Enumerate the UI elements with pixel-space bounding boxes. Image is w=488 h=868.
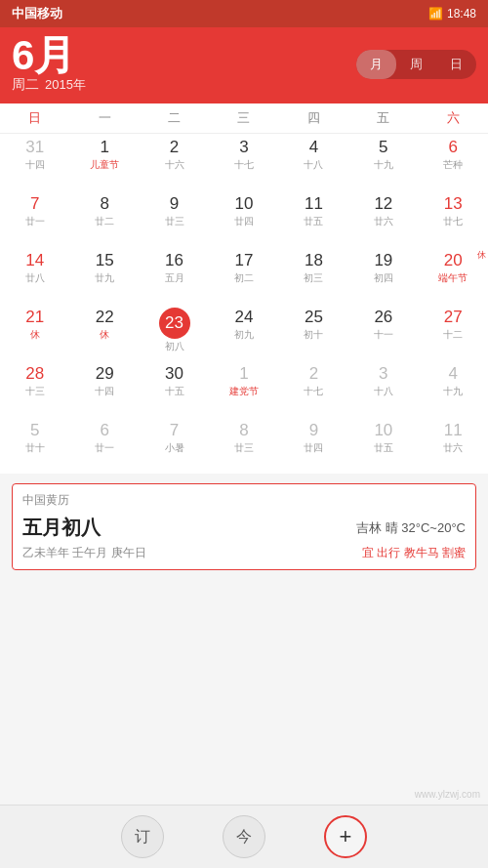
weekday-header: 日 一 二 三 四 五 六 <box>0 103 488 134</box>
calendar-cell[interactable]: 3十七 <box>209 134 278 190</box>
weekday-fri: 五 <box>348 103 418 133</box>
cell-main-number: 1 <box>100 138 108 157</box>
calendar-cell[interactable]: 28十三 <box>0 360 69 417</box>
calendar-cell[interactable]: 6廿一 <box>69 417 139 474</box>
calendar-cell[interactable]: 10廿五 <box>348 417 418 474</box>
cell-sub-text: 十八 <box>374 385 393 398</box>
weekday-sun: 日 <box>0 103 69 133</box>
lunar-yi: 宜 出行 教牛马 割蜜 <box>362 545 466 561</box>
add-button[interactable]: + <box>324 815 367 858</box>
calendar-cell[interactable]: 2十六 <box>140 134 209 190</box>
cell-sub-text: 廿三 <box>234 441 254 455</box>
cell-sub-text: 十五 <box>165 385 184 398</box>
calendar-cell[interactable]: 19初四 <box>348 247 418 304</box>
calendar-cell[interactable]: 8廿二 <box>69 190 139 247</box>
calendar-cell[interactable]: 27十二 <box>419 304 488 360</box>
cell-sub-text: 五月 <box>165 271 184 285</box>
calendar-cell[interactable]: 7小暑 <box>140 417 209 474</box>
calendar-cell[interactable]: 6芒种 <box>419 134 488 190</box>
calendar-cell[interactable]: 12廿六 <box>348 190 418 247</box>
calendar-cell[interactable]: 30十五 <box>140 360 209 417</box>
calendar-cell[interactable]: 31十四 <box>0 134 69 190</box>
calendar-cell[interactable]: 16五月 <box>140 247 209 304</box>
cell-main-number: 10 <box>235 194 254 214</box>
cell-main-number: 13 <box>444 194 463 214</box>
cell-main-number: 24 <box>235 308 254 327</box>
cell-sub-text: 初四 <box>374 271 393 285</box>
calendar-cell[interactable]: 25初十 <box>279 304 348 360</box>
cell-sub-text: 休 <box>100 328 109 342</box>
cell-main-number: 9 <box>309 421 318 440</box>
today-label: 今 <box>236 827 252 847</box>
calendar-cell[interactable]: 22休 <box>69 304 139 360</box>
calendar-cell[interactable]: 5十九 <box>348 134 418 190</box>
cell-sub-text: 十七 <box>304 385 323 398</box>
header-month: 6月 <box>12 35 86 76</box>
cell-main-number: 15 <box>96 251 114 270</box>
cell-main-number: 28 <box>25 364 44 384</box>
view-tabs[interactable]: 月 周 日 <box>356 50 476 79</box>
cell-sub-text: 小暑 <box>165 441 184 455</box>
calendar-cell[interactable]: 13廿七 <box>419 190 488 247</box>
today-button[interactable]: 今 <box>223 815 265 858</box>
calendar-cell[interactable]: 23初八 <box>140 304 209 360</box>
calendar-grid: 31十四1儿童节2十六3十七4十八5十九6芒种7廿一8廿二9廿三10廿四11廿五… <box>0 134 488 474</box>
cell-sub-text: 休 <box>30 328 40 342</box>
calendar-cell[interactable]: 4十九 <box>419 360 488 417</box>
calendar-cell[interactable]: 14廿八 <box>0 247 69 304</box>
calendar-cell[interactable]: 10廿四 <box>209 190 278 247</box>
lunar-panel: 中国黄历 五月初八 吉林 晴 32°C~20°C 乙未羊年 壬午月 庚午日 宜 … <box>12 483 476 570</box>
tab-week[interactable]: 周 <box>396 50 436 79</box>
calendar-cell[interactable]: 5廿十 <box>0 417 69 474</box>
calendar-cell[interactable]: 2十七 <box>279 360 348 417</box>
subscribe-button[interactable]: 订 <box>121 815 164 858</box>
cell-main-number: 3 <box>379 364 387 384</box>
calendar-cell[interactable]: 休20端午节 <box>419 247 488 304</box>
cell-sub-text: 十一 <box>374 328 393 342</box>
calendar-header: 6月 周二 2015年 月 周 日 <box>0 27 488 103</box>
status-icons: 📶 18:48 <box>428 7 476 21</box>
cell-sub-text: 十三 <box>25 385 45 398</box>
calendar-cell[interactable]: 17初二 <box>209 247 278 304</box>
cell-sub-text: 十二 <box>443 328 463 342</box>
calendar-cell[interactable]: 7廿一 <box>0 190 69 247</box>
calendar-cell[interactable]: 24初九 <box>209 304 278 360</box>
calendar-cell[interactable]: 11廿五 <box>279 190 348 247</box>
cell-main-number: 6 <box>449 138 458 157</box>
cell-main-number: 8 <box>239 421 248 440</box>
calendar-cell[interactable]: 4十八 <box>279 134 348 190</box>
calendar-cell[interactable]: 18初三 <box>279 247 348 304</box>
calendar-cell[interactable]: 9廿四 <box>279 417 348 474</box>
calendar-cell[interactable]: 21休 <box>0 304 69 360</box>
cell-sub-text: 十七 <box>234 158 254 172</box>
cell-main-number: 31 <box>25 138 44 157</box>
carrier-label: 中国移动 <box>12 5 62 22</box>
calendar-cell[interactable]: 29十四 <box>69 360 139 417</box>
weekday-mon: 一 <box>69 103 139 133</box>
calendar-cell[interactable]: 11廿六 <box>419 417 488 474</box>
cell-sub-text: 初十 <box>304 328 323 342</box>
calendar-cell[interactable]: 26十一 <box>348 304 418 360</box>
cell-main-number: 16 <box>165 251 183 270</box>
tab-day[interactable]: 日 <box>436 50 476 79</box>
cell-main-number: 29 <box>96 364 114 384</box>
cell-sub-text: 廿十 <box>25 441 45 455</box>
cell-main-number: 3 <box>239 138 248 157</box>
calendar-cell[interactable]: 1建党节 <box>209 360 278 417</box>
weekday-thu: 四 <box>279 103 348 133</box>
cell-sub-text: 十八 <box>304 158 323 172</box>
calendar-cell[interactable]: 3十八 <box>348 360 418 417</box>
cell-sub-text: 十四 <box>25 158 45 172</box>
lunar-ganzhi: 乙未羊年 壬午月 庚午日 <box>22 545 146 561</box>
cell-main-number: 1 <box>239 364 248 384</box>
tab-month[interactable]: 月 <box>356 50 396 79</box>
calendar-cell[interactable]: 1儿童节 <box>69 134 139 190</box>
cell-sub-text: 初九 <box>234 328 254 342</box>
cell-sub-text: 初八 <box>165 340 184 353</box>
cell-sub-text: 初二 <box>234 271 254 285</box>
calendar-cell[interactable]: 8廿三 <box>209 417 278 474</box>
watermark: www.ylzwj.com <box>415 789 480 800</box>
calendar-cell[interactable]: 9廿三 <box>140 190 209 247</box>
calendar-cell[interactable]: 15廿九 <box>69 247 139 304</box>
weekday-tue: 二 <box>140 103 209 133</box>
